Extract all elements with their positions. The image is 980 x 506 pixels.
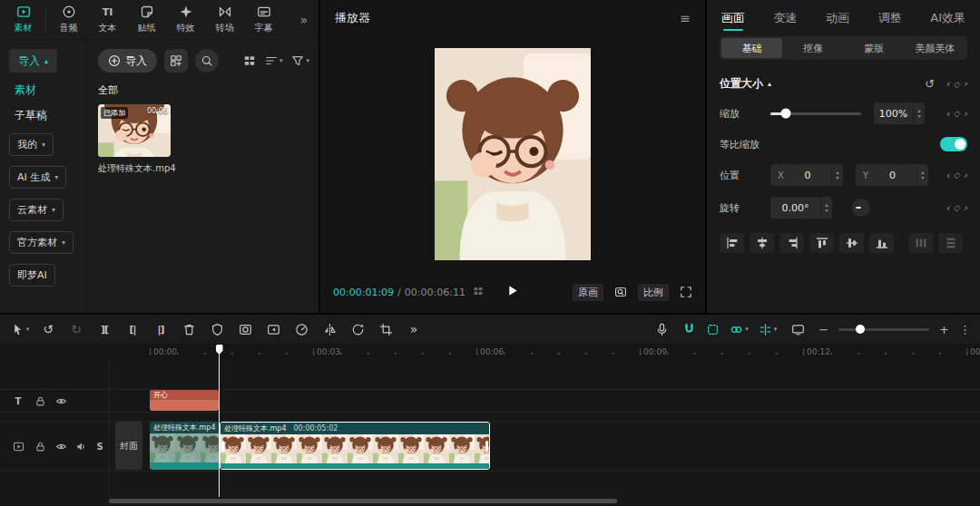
align-center-vertical-button[interactable] [839, 233, 864, 253]
rotation-knob[interactable] [852, 199, 870, 217]
keyframe-diamond-icon[interactable]: ◇ [954, 170, 960, 180]
mask-button[interactable] [234, 318, 256, 340]
frame-view-toggle[interactable] [473, 286, 484, 299]
subtab-mask[interactable]: 蒙版 [844, 38, 905, 58]
zoom-in-icon[interactable]: + [939, 323, 949, 336]
y-stepper[interactable]: ▴▾ [916, 164, 928, 186]
tab-ai-effects[interactable]: AI效果 [930, 0, 965, 36]
scale-stepper[interactable]: ▴▾ [913, 102, 925, 124]
scale-value-box[interactable]: 100% ▴▾ [874, 102, 925, 124]
media-thumbnail[interactable]: 已添加 00:06 [98, 104, 171, 157]
link-toggle[interactable]: ▾ [730, 323, 749, 336]
timeline-more-icon[interactable]: ⋮ [959, 323, 971, 336]
sidebar-item-official[interactable]: 官方素材 ▾ [9, 231, 74, 254]
zoom-slider-knob[interactable] [856, 325, 865, 334]
align-top-button[interactable] [809, 233, 834, 253]
fullscreen-icon[interactable] [680, 286, 692, 298]
scale-slider[interactable] [770, 112, 861, 115]
tab-sticker[interactable]: 贴纸 [127, 5, 166, 34]
tab-picture[interactable]: 画面 [721, 0, 745, 36]
tab-captions[interactable]: 字幕 [244, 5, 283, 34]
stepper-down-icon[interactable]: ▾ [917, 113, 920, 119]
sidebar-item-jimeng-ai[interactable]: 即梦AI [9, 264, 55, 287]
trim-left-button[interactable]: [| [122, 318, 143, 340]
timeline-zoom-slider[interactable] [838, 328, 929, 331]
tab-media[interactable]: 素材 [4, 5, 43, 34]
zoom-out-icon[interactable]: − [818, 323, 828, 336]
lock-icon[interactable] [33, 439, 47, 453]
tab-speed[interactable]: 变速 [774, 0, 798, 36]
section-title-wrap[interactable]: 位置大小 ▴ [720, 76, 771, 92]
keyframe-prev-icon[interactable]: ‹ [946, 170, 949, 181]
uniform-scale-toggle[interactable] [940, 137, 967, 151]
sort-button[interactable]: ▾ [265, 54, 283, 67]
trim-right-button[interactable]: |] [150, 318, 172, 340]
position-x-box[interactable]: X 0 ▴▾ [770, 164, 843, 186]
more-tools-icon[interactable]: » [403, 318, 425, 340]
preview-zoom-icon[interactable] [614, 286, 627, 298]
speaker-icon[interactable] [74, 439, 88, 453]
reset-icon[interactable]: ↺ [925, 77, 935, 91]
scale-slider-knob[interactable] [781, 109, 791, 119]
align-left-button[interactable] [720, 233, 744, 253]
video-clip-1[interactable]: 处理特殊文本.mp4 [150, 422, 220, 470]
playhead[interactable] [219, 345, 220, 497]
keyframe-prev-icon[interactable]: ‹ [946, 108, 949, 120]
grid-view-button[interactable] [243, 54, 256, 67]
rotation-value-box[interactable]: 0.00° ▴▾ [770, 197, 832, 219]
cover-button[interactable]: 封面 [115, 422, 142, 470]
expand-tabs-icon[interactable]: » [292, 13, 315, 27]
clip-right-trim-handle[interactable] [485, 441, 488, 452]
speed-button[interactable] [290, 318, 312, 340]
subtab-keying[interactable]: 抠像 [782, 38, 843, 58]
align-right-button[interactable] [779, 233, 804, 253]
main-track-magnet-toggle[interactable] [682, 323, 696, 336]
keyframe-next-icon[interactable]: › [964, 108, 967, 120]
crop-button[interactable] [375, 318, 397, 340]
import-button[interactable]: 导入 [98, 49, 157, 73]
tab-adjust[interactable]: 调整 [878, 0, 902, 36]
select-tool-button[interactable]: ▾ [9, 318, 31, 340]
filter-all-label[interactable]: 全部 [98, 83, 309, 97]
eye-icon[interactable] [54, 394, 68, 408]
freeze-frame-button[interactable] [206, 318, 228, 340]
layout-button[interactable] [787, 318, 808, 340]
undo-button[interactable]: ↺ [37, 318, 59, 340]
solo-badge[interactable]: S [93, 439, 107, 453]
ratio-button[interactable]: 比例 [638, 284, 669, 301]
x-stepper[interactable]: ▴▾ [831, 164, 843, 186]
eye-icon[interactable] [54, 439, 68, 453]
preview-axis-toggle[interactable]: ▾ [759, 323, 778, 336]
keyframe-diamond-icon[interactable]: ◇ [954, 203, 960, 212]
redo-button[interactable]: ↻ [65, 318, 87, 340]
stepper-down-icon[interactable]: ▾ [836, 175, 838, 180]
rotation-stepper[interactable]: ▴▾ [820, 197, 832, 219]
video-clip-2-selected[interactable]: 处理特殊文本.mp4 00:00:05:02 [220, 422, 490, 470]
tab-animation[interactable]: 动画 [826, 0, 849, 36]
original-quality-button[interactable]: 原画 [573, 284, 603, 301]
tab-transitions[interactable]: 转场 [205, 5, 244, 34]
subtab-basic[interactable]: 基础 [721, 38, 782, 58]
subtab-beauty[interactable]: 美颜美体 [905, 38, 965, 58]
keyframe-next-icon[interactable]: › [964, 170, 967, 181]
split-button[interactable]: ][ [93, 318, 115, 340]
distribute-horizontal-button[interactable] [908, 233, 933, 253]
library-button[interactable] [164, 49, 188, 73]
rotate-button[interactable] [347, 318, 368, 340]
keyframe-diamond-icon[interactable]: ◇ [954, 109, 960, 118]
search-button[interactable] [195, 49, 219, 73]
sidebar-item-subdraft[interactable]: 子草稿 [9, 108, 47, 123]
align-center-horizontal-button[interactable] [750, 233, 774, 253]
sidebar-item-cloud[interactable]: 云素材 ▾ [9, 199, 64, 221]
filter-button[interactable]: ▾ [291, 54, 309, 67]
distribute-vertical-button[interactable] [938, 233, 963, 253]
stepper-down-icon[interactable]: ▾ [921, 175, 924, 180]
tab-effects[interactable]: 特效 [166, 5, 205, 34]
media-card[interactable]: 已添加 00:06 处理特殊文本.mp4 [98, 104, 198, 175]
video-preview-canvas[interactable] [435, 48, 591, 260]
sidebar-item-material[interactable]: 素材 [9, 83, 36, 98]
mirror-button[interactable] [318, 318, 340, 340]
stepper-down-icon[interactable]: ▾ [825, 208, 828, 213]
lock-icon[interactable] [33, 394, 47, 408]
timeline-ruler[interactable]: 00:00 00:03 00:06 00:09 00:12 00:15 [0, 345, 980, 360]
